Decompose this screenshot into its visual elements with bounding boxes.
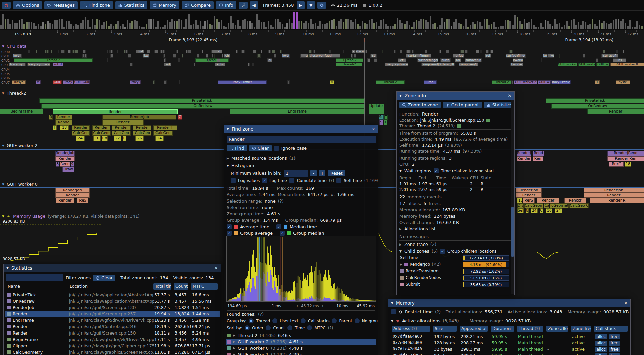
group-by-radio-call-stacks[interactable] <box>301 318 306 323</box>
cpu-zone-block[interactable] <box>490 50 493 53</box>
frame-minimap[interactable] <box>0 11 644 30</box>
cpu-zone-block[interactable] <box>351 54 353 58</box>
zone-block[interactable]: RenderJ <box>517 151 531 156</box>
cpu-zone-block[interactable] <box>61 50 64 53</box>
cpu-zone-block[interactable] <box>416 54 419 58</box>
cpu-zone-block[interactable] <box>214 54 214 58</box>
cpu-zone-block[interactable] <box>208 58 209 62</box>
zone-block[interactable]: PrivateTick <box>39 98 365 103</box>
expand-icon[interactable]: ▶ <box>233 340 235 343</box>
zone-block[interactable]: Dra <box>517 203 524 208</box>
zone-block[interactable]: I <box>595 80 599 84</box>
sort-by-radio-order[interactable] <box>245 325 250 330</box>
clear-button[interactable]: Clear <box>249 145 272 151</box>
call-stack-button[interactable]: alloc <box>595 353 607 355</box>
zone-block[interactable]: kworke <box>510 63 523 66</box>
cpu-zone-block[interactable] <box>547 54 550 58</box>
zone-block[interactable]: kw <box>143 54 149 58</box>
zone-block[interactable]: F <box>53 125 57 130</box>
cpu-zone-block[interactable] <box>309 50 312 53</box>
find-zone-titlebar[interactable]: ▼ Find zone ✕ <box>224 125 378 133</box>
column-header-thread[interactable]: Thread (?) <box>517 326 543 332</box>
zone-block[interactable]: Rerff <box>609 162 623 167</box>
zone-block[interactable]: CalcGeor <box>92 131 111 136</box>
zone-block[interactable]: composer@2.1-se [HW <box>421 63 455 66</box>
zone-block[interactable]: Sn <box>379 115 384 120</box>
zone-block[interactable]: Sel <box>517 208 524 213</box>
zone-block[interactable]: GUIF worker 0 <box>558 63 577 66</box>
zone-block[interactable]: Thread-2 <box>336 58 363 62</box>
cpu-zone-block[interactable] <box>412 50 414 53</box>
statistics-row[interactable]: OnRedrawjni/../jni/src/claw/application/… <box>5 298 220 304</box>
cpu-zone-block[interactable] <box>367 58 370 62</box>
active-allocations-header[interactable]: ▼ Active allocations (3,043) Memory usag… <box>391 318 531 323</box>
cpu-zone-block[interactable] <box>252 63 254 66</box>
scrollbar-thumb[interactable] <box>511 207 514 257</box>
zone-block[interactable]: C8 <box>102 136 107 141</box>
collapse-icon[interactable]: ▼ <box>391 301 393 305</box>
cpu-zone-block[interactable] <box>236 50 237 53</box>
memory-allocation-row[interactable]: 0x7e049b3d00128 bytes298.27 ms59.95 sMai… <box>389 340 629 346</box>
zone-block[interactable]: EndFrame <box>230 109 364 114</box>
zone-block[interactable]: Rend <box>60 162 70 167</box>
column-header-address[interactable]: Address (?) <box>392 326 430 332</box>
cpu-zone-block[interactable] <box>608 54 609 58</box>
expand-icon[interactable]: ▶ <box>399 227 402 231</box>
cpu-zone-block[interactable] <box>206 54 208 58</box>
cumulate-time-checkbox[interactable] <box>289 178 294 183</box>
zone-block[interactable]: kworke <box>513 58 523 62</box>
expand-icon[interactable]: ▶ <box>400 263 402 266</box>
memory-allocation-row[interactable]: 0x7dfaa64e00192 bytes298.21 ms59.95 sMai… <box>389 333 629 340</box>
cpu-zone-block[interactable] <box>136 50 138 53</box>
call-stack-button[interactable]: free <box>609 334 620 339</box>
cpu-zone-block[interactable] <box>68 50 70 53</box>
child-zones-header[interactable]: ▼ Child zones (5) Group children locatio… <box>399 249 496 254</box>
tools-button[interactable] <box>239 2 248 9</box>
zone-block[interactable]: RenderJRend <box>607 151 644 156</box>
zone-info-titlebar[interactable]: ▼ Zone info ✕ <box>397 92 514 100</box>
zone-block[interactable]: Render <box>133 125 151 130</box>
cpu-zone-block[interactable] <box>109 50 111 53</box>
statistics-row[interactable]: Renderjni/../jni/src/guif/Screen.cpp:150… <box>5 330 220 336</box>
close-icon[interactable]: ✕ <box>508 93 512 98</box>
cpu-zone-block[interactable] <box>58 50 59 53</box>
zone-block[interactable]: rot_d <box>53 63 63 66</box>
zone-block[interactable]: RenderJob <box>102 115 176 120</box>
close-icon[interactable]: ✕ <box>214 266 218 271</box>
zone-block[interactable]: Render <box>72 125 90 130</box>
zone-block[interactable]: CalcGeo <box>72 131 90 136</box>
zone-block[interactable]: GUIF <box>53 80 62 84</box>
expand-icon[interactable]: ▶ <box>227 157 229 160</box>
cpu-zone-block[interactable] <box>439 50 441 53</box>
find-button[interactable]: Find <box>227 145 247 151</box>
cpu-zone-block[interactable] <box>446 50 449 53</box>
zone-block[interactable]: 18 <box>625 162 631 167</box>
cpu-zone-block[interactable] <box>257 54 261 58</box>
cpu-zone-block[interactable] <box>19 54 21 58</box>
collapse-icon[interactable]: ▼ <box>391 319 393 323</box>
zone-block[interactable]: Render <box>53 109 177 114</box>
call-stack-button[interactable]: alloc <box>595 334 607 339</box>
cpu-zone-block[interactable] <box>354 50 356 53</box>
sort-by-radio-count[interactable] <box>266 325 271 330</box>
collapse-icon[interactable]: ▼ <box>2 45 4 48</box>
cpu-zone-block[interactable] <box>354 54 356 58</box>
cpu-zone-block[interactable] <box>287 80 290 84</box>
zone-block[interactable]: Thread-2 <box>492 80 513 84</box>
cpu-zone-block[interactable] <box>163 54 165 58</box>
cpu-zone-block[interactable] <box>45 50 47 53</box>
zone-block[interactable]: surface <box>352 50 364 53</box>
zone-block[interactable]: C <box>123 136 126 141</box>
call-stack-button[interactable]: free <box>609 347 620 352</box>
cpu-zone-block[interactable] <box>178 58 180 62</box>
zone-block[interactable]: 26 <box>135 136 144 141</box>
zone-block[interactable]: GUIF GUIF worl <box>74 80 90 84</box>
zone-block[interactable]: Re5 <box>77 198 88 203</box>
cpu-zone-block[interactable] <box>345 58 346 62</box>
zone-block[interactable]: 16 <box>93 136 100 141</box>
zone-block[interactable]: Render <box>55 156 75 161</box>
sort-by-radio-mtpc[interactable] <box>307 325 312 330</box>
cpu-zone-block[interactable] <box>261 50 262 53</box>
zone-block[interactable]: 16 <box>546 208 552 213</box>
legend-checkbox[interactable] <box>227 231 232 236</box>
